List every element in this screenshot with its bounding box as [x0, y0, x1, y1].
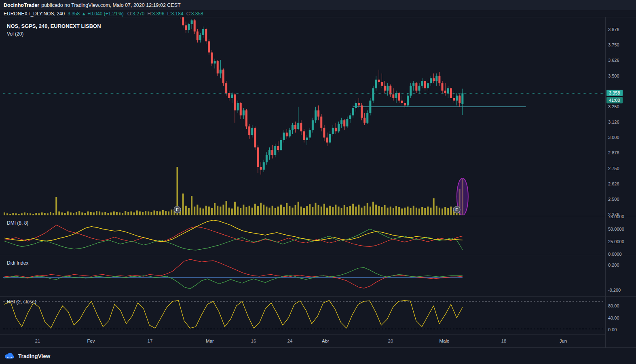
axis-tick: 40.00 — [608, 315, 619, 321]
price-axis[interactable]: 3.358 41:00 3.8763.7503.6263.5003.2503.1… — [605, 17, 636, 347]
axis-tick: 3.126 — [608, 119, 619, 125]
dmi-legend[interactable]: DMI (8, 8) — [7, 220, 28, 226]
rsi-pane — [3, 301, 605, 329]
time-tick: Jun — [560, 339, 567, 343]
axis-tick: 2.750 — [608, 166, 619, 171]
axis-tick: 3.250 — [608, 104, 619, 109]
main-symbol-legend[interactable]: NOS, SGPS, 240, EURONEXT LISBON — [7, 23, 101, 29]
axis-tick: 3.626 — [608, 57, 619, 63]
svg-text:E: E — [176, 208, 179, 212]
rsi-legend[interactable]: RSI (2, close) — [7, 299, 36, 305]
time-tick: 24 — [287, 339, 293, 343]
pane-separator — [0, 255, 636, 255]
time-tick: 18 — [501, 339, 507, 343]
axis-tick: 0.200 — [608, 262, 619, 268]
axis-tick: 3.876 — [608, 27, 619, 32]
candles-layer — [179, 6, 463, 175]
dmi-pane — [4, 220, 463, 250]
axis-tick: 3.500 — [608, 73, 619, 79]
time-tick: 17 — [148, 339, 153, 343]
axis-tick: 75.0000 — [608, 214, 624, 219]
time-tick: Abr — [322, 339, 329, 343]
axis-tick: 3.750 — [608, 42, 619, 48]
axis-tick: 0.0000 — [608, 251, 622, 257]
time-tick: 21 — [35, 339, 40, 343]
time-tick: Fev — [87, 339, 95, 343]
time-tick: Mar — [206, 339, 214, 343]
pane-separator — [0, 296, 636, 297]
axis-tick: -0.200 — [608, 287, 621, 293]
axis-tick: 0.00 — [608, 327, 617, 332]
svg-text:E: E — [455, 208, 458, 212]
pane-separator — [0, 17, 636, 17]
price-pane: EE — [3, 6, 605, 215]
axis-tick: 25.0000 — [608, 239, 624, 244]
didi-legend[interactable]: Didi Index — [7, 260, 28, 266]
time-tick: Maio — [439, 339, 450, 343]
volume-layer — [4, 167, 463, 215]
bar-countdown-badge: 41:00 — [606, 97, 623, 103]
tradingview-cloud-icon[interactable] — [4, 352, 15, 360]
footer-brand-bar: TradingView — [0, 347, 636, 364]
didi-pane — [3, 259, 463, 289]
pane-separator — [0, 216, 636, 216]
earnings-marker[interactable]: E — [174, 206, 181, 213]
volume-legend[interactable]: Vol (20) — [7, 31, 23, 37]
axis-tick: 2.626 — [608, 181, 619, 187]
earnings-marker[interactable]: E — [453, 206, 460, 213]
axis-tick: 2.500 — [608, 196, 619, 202]
brand-name[interactable]: TradingView — [18, 353, 50, 359]
time-tick: 20 — [388, 339, 393, 343]
axis-tick: 3.000 — [608, 135, 619, 140]
time-axis[interactable]: 21Fev17Mar1624Abr20Maio18Jun — [0, 335, 605, 347]
current-price-badge: 3.358 — [606, 90, 623, 96]
axis-tick: 2.876 — [608, 150, 619, 156]
time-tick: 16 — [251, 339, 256, 343]
chart-canvas[interactable]: EE — [0, 0, 636, 364]
axis-tick: 80.00 — [608, 303, 619, 309]
tradingview-snapshot: DocinhoTrader publicado no TradingView.c… — [0, 0, 636, 364]
axis-tick: 50.0000 — [608, 226, 624, 232]
